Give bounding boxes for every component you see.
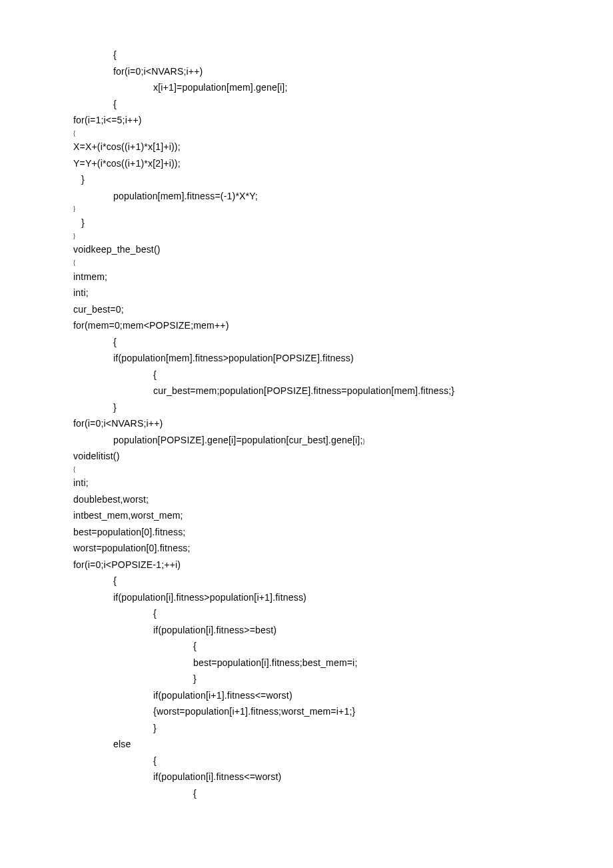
code-line: cur_best=0; (73, 301, 546, 318)
code-text: { (153, 755, 157, 766)
code-line: best=population[0].fitness; (73, 524, 546, 541)
code-line: { (73, 258, 546, 269)
code-text: { (73, 259, 75, 266)
code-line: } (73, 204, 546, 215)
code-line: { (73, 367, 546, 383)
code-line: cur_best=mem;population[POPSIZE].fitness… (73, 383, 546, 399)
code-line: {worst=population[i+1].fitness;worst_mem… (73, 703, 546, 720)
code-line: worst=population[0].fitness; (73, 540, 546, 557)
code-line: if(population[i+1].fitness<=worst) (73, 687, 546, 704)
code-line: Y=Y+(i*cos((i+1)*x[2]+i)); (73, 155, 546, 172)
code-line: } (73, 231, 546, 242)
code-line: for(i=0;i<POPSIZE-1;++i) (73, 557, 546, 573)
code-line: voidelitist() (73, 448, 546, 465)
code-text: else (113, 739, 131, 749)
code-text: intbest_mem,worst_mem; (73, 510, 183, 521)
code-text: intmem; (73, 271, 107, 282)
code-text: doublebest,worst; (73, 494, 149, 505)
code-line: voidkeep_the_best() (73, 241, 546, 258)
code-line: for(mem=0;mem<POPSIZE;mem++) (73, 317, 546, 334)
code-line: } (73, 215, 546, 231)
code-line: inti; (73, 475, 546, 491)
code-text: { (193, 641, 197, 651)
code-text: {worst=population[i+1].fitness;worst_mem… (153, 706, 355, 717)
code-line: { (73, 638, 546, 655)
code-line: { (73, 334, 546, 351)
code-block: {for(i=0;i<NVARS;i++)x[i+1]=population[m… (73, 47, 546, 801)
code-text: } (193, 673, 197, 684)
code-line: { (73, 465, 546, 475)
code-line: { (73, 47, 546, 63)
code-line: } (73, 399, 546, 416)
code-line: doublebest,worst; (73, 491, 546, 508)
code-line: for(i=0;i<NVARS;i++) (73, 63, 546, 80)
code-text: best=population[0].fitness; (73, 527, 185, 537)
code-line: if(population[mem].fitness>population[PO… (73, 350, 546, 367)
code-text: for(i=0;i<POPSIZE-1;++i) (73, 559, 181, 570)
code-line: inti; (73, 285, 546, 301)
code-line: X=X+(i*cos((i+1)*x[1]+i)); (73, 139, 546, 155)
code-text: { (113, 575, 117, 586)
code-text: } (153, 723, 157, 733)
code-line: for(i=0;i<NVARS;i++) (73, 415, 546, 432)
code-text: voidelitist() (73, 451, 120, 461)
code-line: intmem; (73, 269, 546, 285)
code-text: Y=Y+(i*cos((i+1)*x[2]+i)); (73, 158, 181, 169)
code-line: if(population[i].fitness<=worst) (73, 769, 546, 785)
code-text: population[mem].fitness=(-1)*X*Y; (113, 191, 258, 201)
code-text: { (73, 130, 75, 137)
code-line: best=population[i].fitness;best_mem=i; (73, 655, 546, 671)
code-line: { (73, 753, 546, 769)
code-text: population[POPSIZE].gene[i]=population[c… (113, 435, 362, 445)
code-text: if(population[i].fitness>population[i+1]… (113, 592, 306, 603)
code-text: if(population[i].fitness<=worst) (153, 771, 281, 782)
code-text: } (81, 174, 85, 185)
code-text: } (81, 217, 85, 228)
code-text: if(population[i].fitness>=best) (153, 625, 277, 635)
code-text: } (73, 233, 75, 239)
code-text: best=population[i].fitness;best_mem=i; (193, 657, 358, 668)
code-page: {for(i=0;i<NVARS;i++)x[i+1]=population[m… (0, 0, 613, 841)
code-text: voidkeep_the_best() (73, 244, 161, 255)
code-line: { (73, 129, 546, 139)
code-text: for(mem=0;mem<POPSIZE;mem++) (73, 320, 229, 331)
code-text: for(i=0;i<NVARS;i++) (113, 66, 203, 77)
code-text: { (113, 337, 117, 347)
code-text: } (73, 205, 75, 212)
code-line: { (73, 96, 546, 113)
code-line: } (73, 720, 546, 737)
code-text: { (153, 369, 157, 380)
code-text: if(population[i+1].fitness<=worst) (153, 690, 293, 701)
code-line: if(population[i].fitness>=best) (73, 622, 546, 639)
code-text: { (193, 788, 197, 799)
code-line: population[mem].fitness=(-1)*X*Y; (73, 188, 546, 205)
code-text: if(population[mem].fitness>population[PO… (113, 353, 354, 363)
code-line: else (73, 736, 546, 753)
code-text: x[i+1]=population[mem].gene[i]; (153, 82, 288, 93)
code-text: { (113, 99, 117, 109)
code-text: } (113, 402, 117, 413)
code-text: { (73, 466, 75, 473)
code-text: X=X+(i*cos((i+1)*x[1]+i)); (73, 141, 181, 152)
code-text: { (113, 49, 117, 60)
code-line: for(i=1;i<=5;i++) (73, 112, 546, 129)
code-line: x[i+1]=population[mem].gene[i]; (73, 79, 546, 96)
code-text: cur_best=mem;population[POPSIZE].fitness… (153, 385, 454, 396)
code-line: } (73, 671, 546, 687)
code-line: { (73, 605, 546, 622)
code-line: population[POPSIZE].gene[i]=population[c… (73, 432, 546, 449)
code-text: for(i=0;i<NVARS;i++) (73, 418, 163, 429)
code-text: { (153, 608, 157, 619)
code-line: } (73, 171, 546, 188)
code-line: intbest_mem,worst_mem; (73, 507, 546, 524)
code-line: { (73, 573, 546, 589)
code-text: cur_best=0; (73, 304, 124, 315)
code-text: inti; (73, 287, 89, 298)
code-line: if(population[i].fitness>population[i+1]… (73, 589, 546, 606)
code-text: inti; (73, 477, 89, 488)
code-line: { (73, 785, 546, 802)
code-text: worst=population[0].fitness; (73, 543, 191, 553)
code-text: for(i=1;i<=5;i++) (73, 115, 142, 125)
code-text-trail: } (362, 438, 364, 445)
